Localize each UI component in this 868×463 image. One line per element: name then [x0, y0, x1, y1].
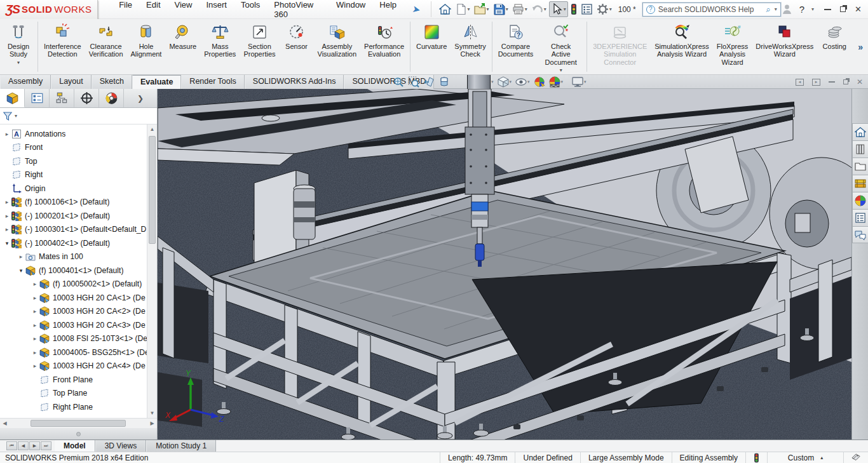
splitter-handle[interactable]: [76, 432, 81, 436]
filter-funnel-icon[interactable]: ▾: [3, 111, 17, 121]
select-tool-button[interactable]: ▾: [549, 1, 568, 17]
tab-layout[interactable]: Layout: [51, 75, 92, 89]
file-explorer-icon[interactable]: [852, 158, 868, 175]
compare-documents-button[interactable]: ? Compare Documents: [494, 21, 537, 72]
new-document-button[interactable]: ▾: [454, 2, 471, 17]
tree-item-annotations[interactable]: ▸Annotations: [0, 127, 147, 141]
design-library-icon[interactable]: [852, 140, 868, 158]
graphics-viewport[interactable]: X Y Z: [158, 89, 851, 440]
zoom-to-fit-icon[interactable]: [393, 76, 404, 88]
rebuild-status-icon[interactable]: [745, 452, 767, 463]
pane-right-icon[interactable]: ▸: [812, 79, 820, 86]
tree-horizontal-scrollbar[interactable]: ◀ ▶: [0, 418, 157, 428]
mass-properties-button[interactable]: Mass Properties: [200, 21, 240, 72]
print-button[interactable]: ▾: [511, 2, 529, 17]
tab-last-icon[interactable]: ⏭: [41, 441, 51, 450]
save-button[interactable]: ▾: [492, 2, 510, 17]
viewport-canvas[interactable]: X Y Z: [158, 89, 851, 440]
pin-menu-icon[interactable]: ➤: [411, 3, 421, 15]
custom-properties-icon[interactable]: [852, 209, 868, 226]
tree-item-part[interactable]: ▸10003 HGH 20 CA<1> (De: [0, 291, 147, 305]
tab-evaluate[interactable]: Evaluate: [132, 75, 181, 89]
scroll-left-icon[interactable]: ◀: [1, 420, 8, 427]
tab-3d-views[interactable]: 3D Views: [95, 440, 146, 452]
tab-sketch[interactable]: Sketch: [92, 75, 132, 89]
floxpress-analysis-wizard-button[interactable]: # FloXpress Analysis Wizard: [713, 21, 752, 72]
doc-minimize-icon[interactable]: [829, 81, 835, 83]
search-box[interactable]: ? Search SOLIDWORKS Help ⌕ ▾: [642, 3, 781, 17]
user-account-icon[interactable]: [781, 3, 793, 15]
tree-item-mates-folder[interactable]: ▸Mates in 100: [0, 250, 147, 264]
solidworks-forum-icon[interactable]: [852, 226, 868, 243]
tab-displaymanager[interactable]: [99, 89, 124, 107]
file-properties-button[interactable]: [580, 2, 594, 17]
tree-vertical-scrollbar[interactable]: ▲ ▼: [147, 124, 157, 418]
scroll-up-icon[interactable]: ▲: [149, 126, 156, 133]
check-active-document-button[interactable]: * Check Active Document▾: [537, 21, 585, 72]
tab-featuremanager[interactable]: [0, 89, 25, 107]
scroll-down-icon[interactable]: ▼: [149, 410, 156, 417]
tree-item-component[interactable]: ▸(-) 1000301<1> (Default<Default_D: [0, 223, 147, 237]
section-properties-button[interactable]: Section Properties: [240, 21, 279, 72]
minimize-button[interactable]: [824, 9, 831, 10]
clearance-verification-button[interactable]: Clearance Verification: [85, 21, 127, 72]
tab-dimxpertmanager[interactable]: [74, 89, 99, 107]
display-style-icon[interactable]: ▾: [498, 76, 512, 88]
restore-button[interactable]: [840, 6, 846, 12]
section-view-icon[interactable]: [438, 76, 450, 88]
view-palette-icon[interactable]: [852, 175, 868, 192]
tab-next-icon[interactable]: ▶: [29, 441, 40, 450]
help-button[interactable]: ?: [799, 4, 804, 15]
assembly-visualization-button[interactable]: Assembly Visualization: [314, 21, 361, 72]
panel-expand-chevron[interactable]: ❯: [124, 89, 157, 107]
tab-model[interactable]: Model: [54, 440, 95, 452]
panel-splitter[interactable]: [0, 428, 157, 440]
tree-item-origin[interactable]: Origin: [0, 182, 147, 196]
tab-solidworks-add-ins[interactable]: SOLIDWORKS Add-Ins: [245, 75, 344, 89]
tab-configurationmanager[interactable]: [50, 89, 74, 107]
search-input[interactable]: Search SOLIDWORKS Help: [658, 5, 763, 14]
scroll-thumb[interactable]: [149, 136, 156, 244]
tree-item-component[interactable]: ▸(-) 1000201<1> (Default): [0, 209, 147, 223]
hide-show-items-icon[interactable]: ▾: [515, 76, 530, 88]
sensor-button[interactable]: Sensor: [280, 21, 314, 72]
tree-item-part[interactable]: ▸10003 HGH 20 CA<2> (De: [0, 305, 147, 319]
rebuild-button[interactable]: [569, 2, 578, 17]
doc-close-icon[interactable]: ✕: [857, 77, 863, 86]
tree-item-part[interactable]: ▸(f) 10005002<1> (Default): [0, 278, 147, 292]
search-icon[interactable]: ⌕: [766, 4, 770, 15]
measure-button[interactable]: Measure: [165, 21, 200, 72]
tree-item-part[interactable]: ▸10004005- BSG25h<1> (De: [0, 346, 147, 359]
tree-item-part[interactable]: ▸10003 HGH 20 CA<4> (De: [0, 359, 147, 373]
costing-button[interactable]: Costing: [817, 21, 851, 72]
design-study-button[interactable]: Design Study▾: [1, 21, 36, 72]
tree-item-part[interactable]: ▸10008 FSI 25-10T3<1> (De: [0, 332, 147, 346]
tree-item-front[interactable]: Front: [0, 141, 147, 155]
tab-render-tools[interactable]: Render Tools: [181, 75, 244, 89]
previous-view-icon[interactable]: [423, 76, 435, 88]
tab-prev-icon[interactable]: ◀: [18, 441, 29, 450]
configuration-selector[interactable]: Custom▴: [767, 452, 843, 463]
tree-item-top-plane[interactable]: Top Plane: [0, 387, 147, 401]
tree-item-top[interactable]: Top: [0, 154, 147, 168]
appearances-scenes-icon[interactable]: [852, 192, 868, 209]
tree-item-component[interactable]: ▸(f) 1000106<1> (Default): [0, 196, 147, 210]
view-settings-icon[interactable]: ▾: [572, 76, 587, 88]
tag-icon[interactable]: [843, 452, 868, 463]
tab-assembly[interactable]: Assembly: [0, 75, 51, 89]
tree-item-subassembly-expanded[interactable]: ▾(f) 1000401<1> (Default): [0, 264, 147, 278]
edit-appearance-icon[interactable]: [534, 76, 545, 88]
undo-button[interactable]: ▾: [530, 2, 548, 17]
zoom-level[interactable]: 100 *: [618, 5, 636, 14]
tab-motion-study-1[interactable]: Motion Study 1: [146, 440, 216, 452]
curvature-button[interactable]: Curvature: [412, 21, 451, 72]
open-button[interactable]: ▾: [473, 2, 491, 17]
ribbon-overflow-button[interactable]: »: [853, 42, 868, 52]
tree-item-front-plane[interactable]: Front Plane: [0, 373, 147, 387]
home-button[interactable]: [438, 2, 452, 17]
hole-alignment-button[interactable]: Hole Alignment: [127, 21, 166, 72]
tree-item-part[interactable]: ▸10003 HGH 20 CA<3> (De: [0, 318, 147, 332]
help-caret-icon[interactable]: ▾: [811, 6, 814, 12]
tree-item-right-plane[interactable]: Right Plane: [0, 400, 147, 414]
doc-restore-icon[interactable]: [843, 79, 848, 84]
